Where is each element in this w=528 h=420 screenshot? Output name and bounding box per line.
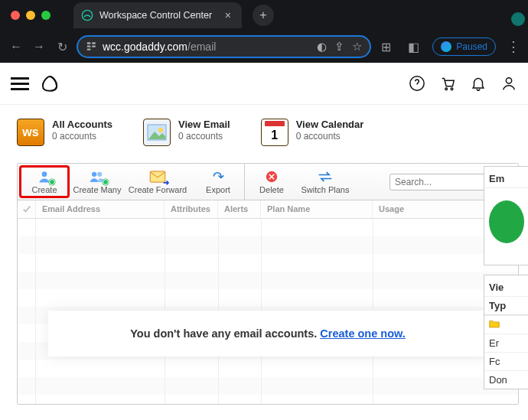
create-button[interactable]: Create [19, 165, 70, 198]
switch-plans-button[interactable]: Switch Plans [298, 164, 352, 200]
view-email-icon [143, 119, 171, 146]
create-one-now-link[interactable]: Create one now. [320, 327, 405, 340]
godaddy-logo-icon[interactable] [40, 73, 60, 93]
new-tab-button[interactable]: + [253, 5, 274, 26]
export-icon: ↷ [213, 170, 224, 184]
nav-forward-button[interactable]: → [31, 40, 47, 54]
summary-view-email[interactable]: View Email 0 accounts [143, 119, 230, 146]
tracking-off-icon[interactable]: ◐ [317, 40, 327, 54]
delete-button[interactable]: Delete [245, 164, 298, 200]
delete-icon [266, 170, 278, 184]
svg-point-7 [445, 88, 448, 90]
svg-point-8 [451, 88, 453, 90]
window-zoom-button[interactable] [41, 11, 51, 20]
svg-rect-5 [92, 45, 96, 47]
summary-all-accounts[interactable]: ws All Accounts 0 accounts [17, 119, 112, 146]
side-card-view: Vie Typ Er Fc Don [484, 275, 528, 389]
workspace-icon: ws [17, 119, 44, 146]
help-icon[interactable] [409, 75, 425, 92]
profile-paused-button[interactable]: Paused [432, 37, 496, 56]
share-icon[interactable]: ⇪ [334, 40, 344, 54]
bookmark-star-icon[interactable]: ☆ [352, 40, 362, 54]
content-area: ws All Accounts 0 accounts View Email 0 … [0, 105, 528, 420]
calendar-icon: 1 [261, 119, 288, 146]
plan-status-icon [489, 200, 524, 243]
svg-rect-3 [87, 48, 91, 50]
grid-header: Email Address Attributes Alerts Plan Nam… [18, 200, 518, 219]
empty-state: You don't have any email accounts. Creat… [48, 311, 487, 357]
bell-icon[interactable] [470, 75, 487, 92]
svg-point-14 [97, 171, 102, 176]
svg-point-11 [158, 128, 163, 132]
extensions-icon[interactable]: ⊞ [377, 40, 394, 54]
create-user-icon [37, 170, 52, 184]
col-alerts[interactable]: Alerts [218, 200, 261, 218]
address-bar[interactable]: wcc.godaddy.com/email ◐ ⇪ ☆ [77, 35, 371, 58]
cart-icon[interactable] [439, 75, 456, 92]
svg-point-13 [92, 171, 96, 176]
create-many-button[interactable]: Create Many [71, 164, 123, 200]
tab-title: Workspace Control Center [99, 10, 219, 21]
browser-menu-button[interactable]: ⋮ [507, 38, 520, 55]
col-attributes[interactable]: Attributes [165, 200, 218, 218]
sidepanel-icon[interactable]: ◧ [405, 40, 422, 54]
browser-tab[interactable]: Workspace Control Center × [73, 2, 242, 28]
account-icon[interactable] [500, 75, 517, 92]
select-all-checkbox[interactable] [18, 200, 36, 218]
nav-back-button[interactable]: ← [8, 40, 24, 54]
switch-plans-icon [318, 170, 333, 184]
tab-favicon-icon [81, 9, 93, 21]
side-row[interactable]: Er [484, 334, 528, 352]
menu-toggle-button[interactable] [11, 77, 29, 90]
folder-icon [489, 319, 500, 330]
create-many-icon [89, 170, 106, 184]
account-summary-row: ws All Accounts 0 accounts View Email 0 … [17, 119, 519, 146]
profile-indicator-icon[interactable] [511, 12, 525, 26]
side-row[interactable]: Don [484, 370, 528, 389]
browser-chrome: Workspace Control Center × + ← → ↻ wcc.g… [0, 0, 528, 63]
url-text: wcc.godaddy.com/email [103, 41, 311, 53]
col-plan[interactable]: Plan Name [261, 200, 373, 218]
side-card-email-plans: Em [484, 166, 528, 265]
svg-rect-4 [92, 42, 96, 44]
export-button[interactable]: ↷ Export [192, 164, 244, 200]
grid-body: You don't have any email accounts. Creat… [18, 219, 518, 404]
email-accounts-panel: Create Create Many ➜ [17, 163, 519, 405]
forward-envelope-icon: ➜ [149, 170, 166, 184]
side-row[interactable]: Fc [484, 352, 528, 370]
create-forward-button[interactable]: ➜ Create Forward [123, 164, 192, 200]
nav-reload-button[interactable]: ↻ [54, 40, 70, 54]
svg-rect-2 [87, 45, 91, 47]
summary-view-calendar[interactable]: 1 View Calendar 0 accounts [261, 119, 364, 146]
tab-close-button[interactable]: × [225, 9, 231, 21]
col-email[interactable]: Email Address [36, 200, 165, 218]
toolbar: Create Create Many ➜ [18, 164, 518, 200]
side-row[interactable] [484, 315, 528, 334]
window-close-button[interactable] [11, 11, 20, 20]
site-header [0, 63, 528, 105]
svg-rect-1 [87, 42, 91, 44]
site-info-icon[interactable] [86, 41, 96, 54]
profile-avatar-icon [441, 41, 451, 52]
window-minimize-button[interactable] [26, 11, 35, 20]
svg-point-9 [506, 78, 511, 83]
svg-point-12 [42, 171, 47, 177]
